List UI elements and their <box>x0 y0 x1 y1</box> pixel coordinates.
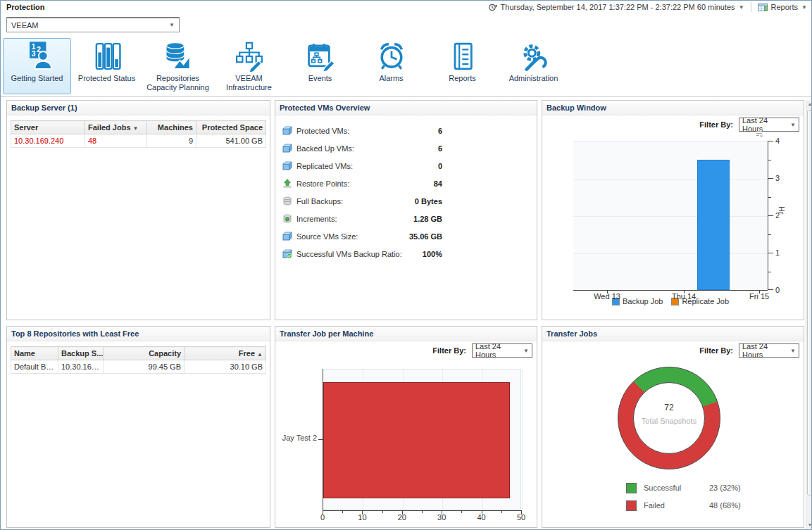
column-header-name[interactable]: Name <box>11 347 58 360</box>
tab-getting-started[interactable]: 123 Getting Started <box>3 38 71 94</box>
chevron-down-icon: ▼ <box>790 122 796 128</box>
increments-icon <box>282 214 293 223</box>
tab-reports[interactable]: Reports <box>427 38 498 94</box>
reports-dropdown-arrow[interactable]: ▼ <box>801 4 807 11</box>
panel-transfer-jobs: Transfer Jobs Filter By: Last 24 Hours ▼… <box>542 326 804 528</box>
time-range-icon <box>488 3 497 12</box>
cell-failed-jobs: 48 <box>85 134 147 148</box>
tab-repositories-capacity-planning[interactable]: Repositories Capacity Planning <box>142 38 213 94</box>
overview-value: 84 <box>434 179 442 188</box>
filter-by-label: Filter By: <box>699 346 733 355</box>
tab-label: Repositories Capacity Planning <box>143 74 213 92</box>
time-range-text[interactable]: Thursday, September 14, 2017 1:37:22 PM … <box>501 3 735 11</box>
top8-repositories-table: Name Backup S... Capacity Free ▲ Default… <box>11 346 266 374</box>
table-row[interactable]: Default Ba... 10.30.169... 99.45 GB 30.1… <box>11 360 266 374</box>
transfer-machine-filter-select[interactable]: Last 24 Hours ▼ <box>472 343 532 358</box>
panel-title: Protected VMs Overview <box>275 101 537 115</box>
scroll-down-arrow[interactable]: ▼ <box>806 521 812 529</box>
time-range-dropdown-arrow[interactable]: ▼ <box>739 4 744 11</box>
transfer-machine-plot <box>323 369 521 510</box>
scope-select[interactable]: VEEAM ▼ <box>6 17 180 32</box>
column-header-protected-space[interactable]: Protected Space <box>196 121 266 134</box>
reports-icon <box>447 39 478 74</box>
sort-asc-icon: ▲ <box>257 351 263 358</box>
repositories-capacity-icon <box>163 39 194 74</box>
vm-check-icon <box>282 249 293 258</box>
overview-label: Protected VMs: <box>296 127 349 135</box>
panel-backup-server: Backup Server (1) Server Failed Jobs ▼ M… <box>6 100 270 320</box>
tab-events[interactable]: Events <box>285 38 356 94</box>
tab-label: Alarms <box>379 74 403 83</box>
reports-button[interactable]: Reports <box>771 3 799 11</box>
backup-window-plot <box>573 141 768 290</box>
filter-by-label: Filter By: <box>699 120 733 129</box>
bar-jay-test-2[interactable] <box>323 382 510 498</box>
column-header-backup-server[interactable]: Backup S... <box>58 347 104 360</box>
table-row[interactable]: 10.30.169.240 48 9 541.00 GB <box>11 134 266 148</box>
x-tick-label: 20 <box>388 513 416 522</box>
restore-points-icon <box>282 179 293 188</box>
transfer-machine-y-axis <box>323 369 323 510</box>
alarms-icon <box>376 39 407 74</box>
tab-label: Protected Status <box>78 74 135 83</box>
backup-server-table: Server Failed Jobs ▼ Machines Protected … <box>11 120 266 148</box>
overview-value: 0 Bytes <box>415 197 442 206</box>
x-tick-label: 40 <box>468 513 496 522</box>
events-icon <box>305 39 336 74</box>
cell-free: 30.10 GB <box>185 360 266 374</box>
sort-desc-icon: ▼ <box>133 125 139 132</box>
chevron-down-icon: ▼ <box>790 348 796 354</box>
vm-icon <box>282 161 293 170</box>
vm-icon <box>282 144 293 153</box>
cell-backup-server: 10.30.169... <box>58 360 104 374</box>
category-label: Jay Test 2 <box>282 434 317 442</box>
overview-row: Replicated VMs:0 <box>282 157 530 175</box>
overview-label: Successful VMs Backup Ratio: <box>296 250 402 258</box>
tab-alarms[interactable]: Alarms <box>356 38 427 94</box>
backup-window-y-axis-label: Hr <box>777 206 786 215</box>
legend-item-successful: Successful 23 (32%) <box>626 482 681 493</box>
legend-value: 23 (32%) <box>709 484 773 492</box>
filter-by-label: Filter By: <box>432 346 466 355</box>
scrollbar-thumb[interactable] <box>807 110 812 496</box>
overview-row: Increments:1.28 GB <box>282 210 530 227</box>
backup-window-filter-select[interactable]: Last 24 Hours ▼ <box>739 118 799 132</box>
legend-value: 48 (68%) <box>709 501 773 510</box>
x-tick-label: 10 <box>348 513 376 522</box>
tab-label: Events <box>308 74 332 83</box>
column-header-machines[interactable]: Machines <box>147 121 196 134</box>
bar-backup-job[interactable] <box>697 160 730 291</box>
column-header-free[interactable]: Free ▲ <box>185 347 266 360</box>
overview-row: Restore Points:84 <box>282 175 530 192</box>
donut-center-label: Total Snapshots <box>618 417 720 425</box>
cell-machines: 9 <box>147 134 196 148</box>
x-tick-label: 50 <box>507 513 535 522</box>
column-header-capacity[interactable]: Capacity <box>104 347 185 360</box>
cell-server[interactable]: 10.30.169.240 <box>11 134 85 148</box>
scroll-up-arrow[interactable]: ▲ <box>806 100 812 108</box>
x-tick-label: Fri 15 <box>735 292 784 301</box>
tab-veeam-infrastructure[interactable]: VEEAM Infrastructure <box>213 38 285 94</box>
chart-menu-icon[interactable] <box>755 130 763 139</box>
svg-text:3: 3 <box>31 50 35 58</box>
vertical-scrollbar[interactable]: ▲ ▼ <box>806 100 812 529</box>
legend-swatch <box>626 500 637 511</box>
divider <box>751 2 751 12</box>
overview-label: Increments: <box>296 215 337 223</box>
cell-capacity: 99.45 GB <box>104 360 185 374</box>
top-bar: Protection Thursday, September 14, 2017 … <box>1 1 811 13</box>
overview-row: Backed Up VMs:6 <box>282 139 530 157</box>
overview-value: 6 <box>438 144 442 153</box>
transfer-jobs-filter-select[interactable]: Last 24 Hours ▼ <box>739 343 799 358</box>
column-header-server[interactable]: Server <box>11 121 85 134</box>
overview-row: Source VMs Size:35.06 GB <box>282 227 530 245</box>
overview-label: Backed Up VMs: <box>296 144 354 153</box>
category-tick <box>318 439 323 440</box>
column-header-failed-jobs[interactable]: Failed Jobs ▼ <box>85 121 147 134</box>
tab-administration[interactable]: Administration <box>498 38 569 94</box>
tab-protected-status[interactable]: Protected Status <box>71 38 142 94</box>
tab-label: Administration <box>509 74 558 83</box>
panel-protected-vms-overview: Protected VMs Overview Protected VMs:6Ba… <box>275 100 537 320</box>
getting-started-icon: 123 <box>22 39 53 74</box>
overview-value: 35.06 GB <box>409 232 442 241</box>
